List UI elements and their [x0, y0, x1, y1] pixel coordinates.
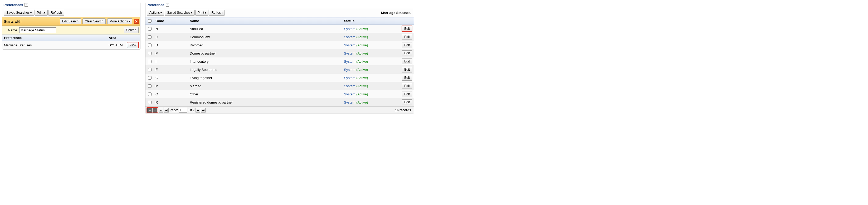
- status-state: (Active): [356, 27, 368, 31]
- cell-checkbox: [146, 98, 154, 107]
- edit-button[interactable]: Edit: [402, 75, 412, 81]
- cell-name: Legally Separated: [188, 66, 342, 74]
- edit-button[interactable]: Edit: [402, 42, 412, 48]
- cell-name: Common law: [188, 33, 342, 41]
- page-input[interactable]: [179, 108, 187, 113]
- remove-row-button[interactable]: −: [153, 108, 157, 113]
- collapse-icon[interactable]: −: [166, 3, 169, 7]
- col-name[interactable]: Name: [188, 18, 342, 25]
- row-checkbox[interactable]: [148, 68, 152, 71]
- table-row[interactable]: IInterlocutorySystem (Active)Edit: [146, 57, 414, 66]
- cell-status: System (Active): [342, 49, 400, 57]
- pager: ＋ − ⏮ ◀ Page: Of 2 ▶ ⏭ 16 records: [146, 107, 414, 114]
- edit-search-button[interactable]: Edit Search: [60, 19, 81, 24]
- table-row[interactable]: DDivorcedSystem (Active)Edit: [146, 41, 414, 49]
- preference-title-bar: Preference −: [146, 2, 414, 8]
- col-code[interactable]: Code: [154, 18, 188, 25]
- row-checkbox[interactable]: [148, 35, 152, 39]
- cell-status: System (Active): [342, 82, 400, 90]
- edit-button[interactable]: Edit: [402, 50, 412, 56]
- status-link[interactable]: System: [344, 27, 355, 31]
- preferences-title-bar: Preferences −: [2, 2, 140, 8]
- table-row[interactable]: GLiving togetherSystem (Active)Edit: [146, 74, 414, 82]
- edit-button[interactable]: Edit: [402, 83, 412, 89]
- preferences-panel: Preferences − Saved Searches Print Refre…: [2, 2, 141, 50]
- saved-searches-button[interactable]: Saved Searches: [4, 10, 34, 16]
- saved-searches-button[interactable]: Saved Searches: [165, 10, 195, 16]
- table-row[interactable]: MMarriedSystem (Active)Edit: [146, 82, 414, 90]
- close-search-icon[interactable]: ✕: [134, 19, 138, 24]
- filter-row: Name Search: [2, 26, 140, 34]
- col-status[interactable]: Status: [342, 18, 400, 25]
- col-area[interactable]: Area: [107, 35, 125, 41]
- cell-code: G: [154, 74, 188, 82]
- collapse-icon[interactable]: −: [25, 3, 28, 7]
- edit-button[interactable]: Edit: [402, 34, 412, 40]
- status-link[interactable]: System: [344, 92, 355, 96]
- refresh-button[interactable]: Refresh: [48, 10, 64, 16]
- view-button[interactable]: View: [127, 42, 138, 48]
- cell-checkbox: [146, 41, 154, 49]
- actions-button[interactable]: Actions: [147, 10, 164, 16]
- status-link[interactable]: System: [344, 60, 355, 63]
- row-checkbox[interactable]: [148, 27, 152, 31]
- status-state: (Active): [356, 68, 368, 72]
- row-checkbox[interactable]: [148, 76, 152, 80]
- status-link[interactable]: System: [344, 51, 355, 55]
- status-link[interactable]: System: [344, 35, 355, 39]
- table-row[interactable]: NAnnulledSystem (Active)Edit: [146, 25, 414, 33]
- edit-button[interactable]: Edit: [402, 67, 412, 72]
- next-page-button[interactable]: ▶: [195, 108, 200, 113]
- status-state: (Active): [356, 51, 368, 55]
- refresh-button[interactable]: Refresh: [209, 10, 225, 16]
- status-link[interactable]: System: [344, 43, 355, 47]
- last-page-button[interactable]: ⏭: [201, 108, 206, 113]
- prev-page-button[interactable]: ◀: [164, 108, 168, 113]
- status-state: (Active): [356, 43, 368, 47]
- row-checkbox[interactable]: [148, 60, 152, 63]
- table-row[interactable]: RRegistered domestic partnerSystem (Acti…: [146, 98, 414, 107]
- search-strip: Starts with Edit Search Clear Search Mor…: [2, 17, 140, 26]
- search-button[interactable]: Search: [124, 27, 138, 33]
- table-row[interactable]: Marriage StatusesSYSTEMView: [2, 41, 140, 49]
- status-link[interactable]: System: [344, 100, 355, 104]
- edit-button[interactable]: Edit: [402, 91, 412, 97]
- status-link[interactable]: System: [344, 76, 355, 80]
- cell-checkbox: [146, 49, 154, 57]
- clear-search-button[interactable]: Clear Search: [83, 19, 106, 24]
- cell-name: Domestic partner: [188, 49, 342, 57]
- cell-code: M: [154, 82, 188, 90]
- print-button[interactable]: Print: [195, 10, 209, 16]
- print-button[interactable]: Print: [34, 10, 48, 16]
- status-link[interactable]: System: [344, 68, 355, 72]
- table-row[interactable]: CCommon lawSystem (Active)Edit: [146, 33, 414, 41]
- table-row[interactable]: ELegally SeparatedSystem (Active)Edit: [146, 66, 414, 74]
- select-all-checkbox[interactable]: [148, 19, 152, 23]
- add-remove-group: ＋ −: [147, 107, 158, 113]
- row-checkbox[interactable]: [148, 52, 152, 55]
- row-checkbox[interactable]: [148, 101, 152, 104]
- table-row[interactable]: OOtherSystem (Active)Edit: [146, 90, 414, 98]
- more-actions-button[interactable]: More Actions: [107, 19, 132, 24]
- status-state: (Active): [356, 100, 368, 104]
- edit-button[interactable]: Edit: [402, 58, 412, 64]
- cell-edit: Edit: [400, 98, 414, 107]
- add-row-button[interactable]: ＋: [147, 108, 152, 113]
- cell-code: P: [154, 49, 188, 57]
- row-checkbox[interactable]: [148, 43, 152, 47]
- status-link[interactable]: System: [344, 84, 355, 88]
- col-preference[interactable]: Preference: [2, 35, 107, 41]
- row-checkbox[interactable]: [148, 84, 152, 88]
- cell-name: Interlocutory: [188, 57, 342, 66]
- status-state: (Active): [356, 76, 368, 80]
- name-label: Name: [4, 28, 17, 32]
- cell-edit: Edit: [400, 82, 414, 90]
- cell-code: O: [154, 90, 188, 98]
- name-input[interactable]: [19, 27, 56, 33]
- cell-area: SYSTEM: [107, 41, 125, 49]
- edit-button[interactable]: Edit: [402, 99, 412, 105]
- edit-button[interactable]: Edit: [402, 26, 412, 32]
- first-page-button[interactable]: ⏮: [159, 108, 163, 113]
- table-row[interactable]: PDomestic partnerSystem (Active)Edit: [146, 49, 414, 57]
- row-checkbox[interactable]: [148, 92, 152, 96]
